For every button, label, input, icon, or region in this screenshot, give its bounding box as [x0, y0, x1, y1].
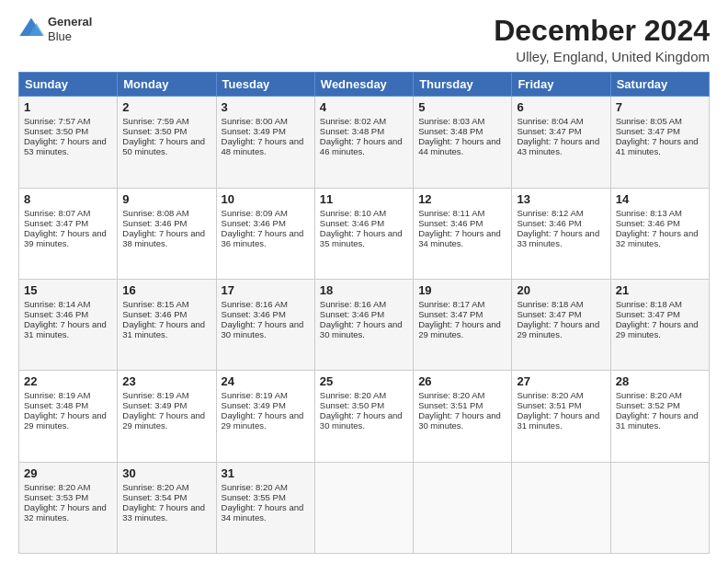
- empty-cell-2: [414, 462, 512, 553]
- col-saturday: Saturday: [610, 73, 709, 97]
- day-20: 20 Sunrise: 8:18 AMSunset: 3:47 PMDaylig…: [512, 279, 610, 370]
- day-13: 13 Sunrise: 8:12 AMSunset: 3:46 PMDaylig…: [512, 188, 610, 279]
- week-row-5: 29 Sunrise: 8:20 AMSunset: 3:53 PMDaylig…: [19, 462, 710, 553]
- day-8: 8 Sunrise: 8:07 AMSunset: 3:47 PMDayligh…: [19, 188, 118, 279]
- day-18: 18 Sunrise: 8:16 AMSunset: 3:46 PMDaylig…: [314, 279, 413, 370]
- day-2: 2 Sunrise: 7:59 AMSunset: 3:50 PMDayligh…: [118, 97, 216, 188]
- day-21: 21 Sunrise: 8:18 AMSunset: 3:47 PMDaylig…: [610, 279, 709, 370]
- week-row-4: 22 Sunrise: 8:19 AMSunset: 3:48 PMDaylig…: [19, 371, 710, 462]
- day-10: 10 Sunrise: 8:09 AMSunset: 3:46 PMDaylig…: [216, 188, 314, 279]
- empty-cell-1: [314, 462, 413, 553]
- empty-cell-4: [610, 462, 709, 553]
- logo: General Blue: [18, 15, 92, 43]
- calendar-table: Sunday Monday Tuesday Wednesday Thursday…: [18, 72, 710, 554]
- day-17: 17 Sunrise: 8:16 AMSunset: 3:46 PMDaylig…: [216, 279, 314, 370]
- day-24: 24 Sunrise: 8:19 AMSunset: 3:49 PMDaylig…: [216, 371, 314, 462]
- logo-text: General Blue: [48, 15, 92, 43]
- week-row-1: 1 Sunrise: 7:57 AMSunset: 3:50 PMDayligh…: [19, 97, 710, 188]
- day-7: 7 Sunrise: 8:05 AMSunset: 3:47 PMDayligh…: [610, 97, 709, 188]
- calendar-header-row: Sunday Monday Tuesday Wednesday Thursday…: [19, 73, 710, 97]
- day-4: 4 Sunrise: 8:02 AMSunset: 3:48 PMDayligh…: [314, 97, 413, 188]
- subtitle: Ulley, England, United Kingdom: [494, 49, 710, 64]
- day-1: 1 Sunrise: 7:57 AMSunset: 3:50 PMDayligh…: [19, 97, 118, 188]
- day-27: 27 Sunrise: 8:20 AMSunset: 3:51 PMDaylig…: [512, 371, 610, 462]
- day-6: 6 Sunrise: 8:04 AMSunset: 3:47 PMDayligh…: [512, 97, 610, 188]
- main-title: December 2024: [494, 15, 710, 47]
- day-23: 23 Sunrise: 8:19 AMSunset: 3:49 PMDaylig…: [118, 371, 216, 462]
- day-16: 16 Sunrise: 8:15 AMSunset: 3:46 PMDaylig…: [118, 279, 216, 370]
- title-block: December 2024 Ulley, England, United Kin…: [494, 15, 710, 64]
- day-22: 22 Sunrise: 8:19 AMSunset: 3:48 PMDaylig…: [19, 371, 118, 462]
- logo-line1: General: [48, 15, 92, 29]
- col-wednesday: Wednesday: [314, 73, 413, 97]
- day-11: 11 Sunrise: 8:10 AMSunset: 3:46 PMDaylig…: [314, 188, 413, 279]
- col-tuesday: Tuesday: [216, 73, 314, 97]
- week-row-3: 15 Sunrise: 8:14 AMSunset: 3:46 PMDaylig…: [19, 279, 710, 370]
- col-monday: Monday: [118, 73, 216, 97]
- day-3: 3 Sunrise: 8:00 AMSunset: 3:49 PMDayligh…: [216, 97, 314, 188]
- day-26: 26 Sunrise: 8:20 AMSunset: 3:51 PMDaylig…: [414, 371, 512, 462]
- col-sunday: Sunday: [19, 73, 118, 97]
- day-19: 19 Sunrise: 8:17 AMSunset: 3:47 PMDaylig…: [414, 279, 512, 370]
- day-5: 5 Sunrise: 8:03 AMSunset: 3:48 PMDayligh…: [414, 97, 512, 188]
- col-thursday: Thursday: [414, 73, 512, 97]
- day-14: 14 Sunrise: 8:13 AMSunset: 3:46 PMDaylig…: [610, 188, 709, 279]
- day-30: 30 Sunrise: 8:20 AMSunset: 3:54 PMDaylig…: [118, 462, 216, 553]
- logo-line2: Blue: [48, 29, 92, 44]
- day-12: 12 Sunrise: 8:11 AMSunset: 3:46 PMDaylig…: [414, 188, 512, 279]
- day-29: 29 Sunrise: 8:20 AMSunset: 3:53 PMDaylig…: [19, 462, 118, 553]
- logo-icon: [18, 17, 44, 42]
- day-31: 31 Sunrise: 8:20 AMSunset: 3:55 PMDaylig…: [216, 462, 314, 553]
- empty-cell-3: [512, 462, 610, 553]
- day-25: 25 Sunrise: 8:20 AMSunset: 3:50 PMDaylig…: [314, 371, 413, 462]
- header: General Blue December 2024 Ulley, Englan…: [18, 15, 710, 64]
- week-row-2: 8 Sunrise: 8:07 AMSunset: 3:47 PMDayligh…: [19, 188, 710, 279]
- day-9: 9 Sunrise: 8:08 AMSunset: 3:46 PMDayligh…: [118, 188, 216, 279]
- day-15: 15 Sunrise: 8:14 AMSunset: 3:46 PMDaylig…: [19, 279, 118, 370]
- col-friday: Friday: [512, 73, 610, 97]
- page: General Blue December 2024 Ulley, Englan…: [0, 0, 728, 563]
- day-28: 28 Sunrise: 8:20 AMSunset: 3:52 PMDaylig…: [610, 371, 709, 462]
